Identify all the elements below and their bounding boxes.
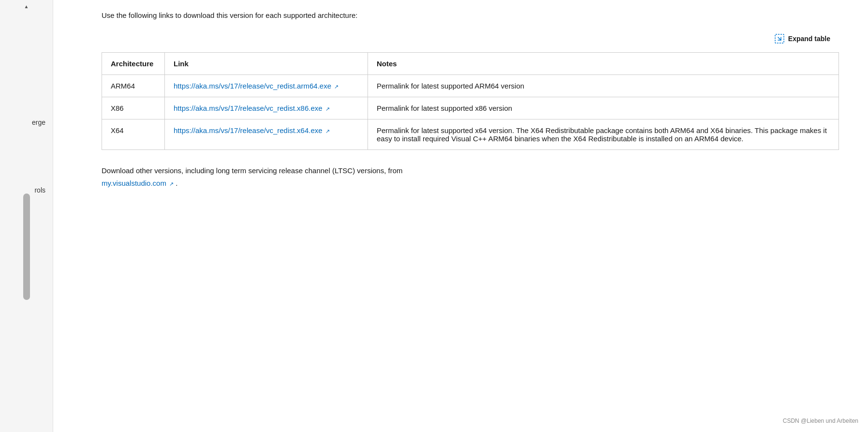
svg-line-1 (778, 37, 781, 40)
notes-arm64: Permalink for latest supported ARM64 ver… (368, 75, 839, 97)
footer-text-after-link: . (176, 179, 177, 187)
col-header-architecture: Architecture (102, 53, 165, 75)
external-link-icon-arm64: ↗ (334, 84, 338, 89)
arch-x64: X64 (102, 119, 165, 150)
sidebar-scrollbar: ▲ erge rols (0, 0, 53, 432)
link-x64: https://aka.ms/vs/17/release/vc_redist.x… (165, 119, 368, 150)
notes-x86: Permalink for latest supported x86 versi… (368, 97, 839, 119)
external-link-icon-footer: ↗ (169, 181, 174, 187)
link-arm64: https://aka.ms/vs/17/release/vc_redist.a… (165, 75, 368, 97)
watermark: CSDN @Lieben und Arbeiten (783, 417, 858, 424)
footer-text-before-link: Download other versions, including long … (102, 166, 403, 175)
scroll-up-arrow[interactable]: ▲ (22, 2, 31, 11)
table-row: X86 https://aka.ms/vs/17/release/vc_redi… (102, 97, 839, 119)
download-link-x86[interactable]: https://aka.ms/vs/17/release/vc_redist.x… (174, 104, 323, 112)
scrollbar-thumb[interactable] (23, 194, 30, 300)
download-table: Architecture Link Notes ARM64 https://ak… (102, 52, 839, 150)
external-link-icon-x86: ↗ (325, 106, 330, 112)
expand-table-label: Expand table (788, 35, 830, 43)
col-header-link: Link (165, 53, 368, 75)
table-row: ARM64 https://aka.ms/vs/17/release/vc_re… (102, 75, 839, 97)
link-x86: https://aka.ms/vs/17/release/vc_redist.x… (165, 97, 368, 119)
col-header-notes: Notes (368, 53, 839, 75)
intro-paragraph: Use the following links to download this… (102, 10, 839, 21)
download-link-x64[interactable]: https://aka.ms/vs/17/release/vc_redist.x… (174, 126, 323, 134)
expand-icon (775, 34, 784, 44)
external-link-icon-x64: ↗ (325, 128, 330, 134)
notes-x64: Permalink for latest supported x64 versi… (368, 119, 839, 150)
sidebar-item-erge: erge (32, 119, 45, 126)
download-link-arm64[interactable]: https://aka.ms/vs/17/release/vc_redist.a… (174, 82, 331, 90)
arch-x86: X86 (102, 97, 165, 119)
expand-table-row: Expand table (102, 31, 839, 46)
sidebar-item-rols: rols (34, 186, 45, 194)
my-visualstudio-link[interactable]: my.visualstudio.com (102, 179, 166, 187)
expand-table-button[interactable]: Expand table (771, 31, 834, 46)
footer-paragraph: Download other versions, including long … (102, 164, 839, 189)
table-row: X64 https://aka.ms/vs/17/release/vc_redi… (102, 119, 839, 150)
arch-arm64: ARM64 (102, 75, 165, 97)
main-content: Use the following links to download this… (53, 0, 868, 432)
table-header-row: Architecture Link Notes (102, 53, 839, 75)
